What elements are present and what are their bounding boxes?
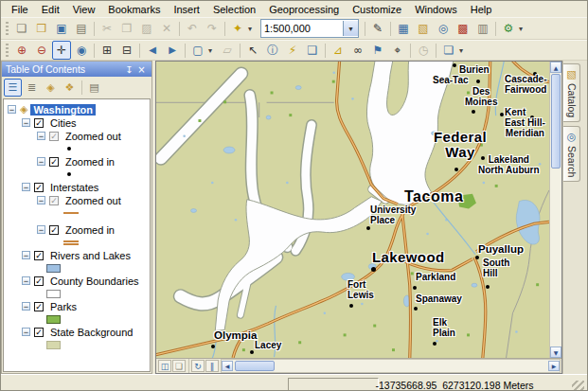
new-document-icon[interactable]: ❏ xyxy=(12,19,31,38)
toolbar-grip[interactable] xyxy=(6,44,9,57)
toc-item-county-boundaries[interactable]: − ✓ County Boundaries xyxy=(22,275,150,287)
list-by-visibility-icon[interactable]: ◈ xyxy=(42,79,60,97)
toc-item-cities-zoomed-out[interactable]: − ✓ Zoomed out xyxy=(37,130,150,142)
open-document-icon[interactable]: ❒ xyxy=(32,19,51,38)
measure-icon[interactable]: ⊿ xyxy=(329,41,347,60)
menu-file[interactable]: File xyxy=(5,3,35,16)
collapse-icon[interactable]: − xyxy=(22,302,30,311)
viewer-window-icon[interactable]: ❏ xyxy=(439,41,458,60)
full-extent-icon[interactable]: ◉ xyxy=(72,41,91,60)
redo-icon[interactable]: ↷ xyxy=(203,19,222,38)
print-icon[interactable]: ▤ xyxy=(72,19,91,38)
undo-icon[interactable]: ↶ xyxy=(183,19,202,38)
refresh-view-icon[interactable]: ↻ xyxy=(191,360,205,372)
layer-checkbox[interactable]: ✓ xyxy=(34,183,44,192)
layer-label[interactable]: Parks xyxy=(47,301,80,312)
toc-item-state-background[interactable]: − ✓ State Background xyxy=(22,326,150,338)
menu-customize[interactable]: Customize xyxy=(346,3,408,16)
editor-toolbar-icon[interactable]: ✎ xyxy=(368,19,387,38)
list-by-selection-icon[interactable]: ❖ xyxy=(61,79,79,97)
toc-item-parks[interactable]: − ✓ Parks xyxy=(22,300,150,312)
layer-label[interactable]: Rivers and Lakes xyxy=(47,250,134,261)
tab-search[interactable]: ◎ Search xyxy=(563,126,580,182)
copy-icon[interactable]: ❐ xyxy=(117,19,136,38)
auto-hide-pin-icon[interactable]: ↧ xyxy=(123,63,135,76)
menu-insert[interactable]: Insert xyxy=(167,3,206,16)
scroll-left-icon[interactable]: ◀ xyxy=(222,361,233,371)
list-by-source-icon[interactable]: ≣ xyxy=(23,79,41,97)
menu-edit[interactable]: Edit xyxy=(35,3,66,16)
collapse-icon[interactable]: − xyxy=(22,276,30,285)
save-icon[interactable]: ▣ xyxy=(52,19,71,38)
toc-item-rivers-and-lakes[interactable]: − ✓ Rivers and Lakes xyxy=(22,249,150,261)
point-symbol[interactable] xyxy=(67,172,71,176)
toolbar-overflow-icon[interactable]: ▾ xyxy=(459,46,468,55)
point-symbol[interactable] xyxy=(67,147,71,151)
layer-checkbox[interactable]: ✓ xyxy=(49,196,59,205)
line-symbol[interactable] xyxy=(63,212,79,214)
fixed-zoom-out-icon[interactable]: ⊟ xyxy=(117,41,136,60)
find-icon[interactable]: ∞ xyxy=(348,41,367,60)
pan-icon[interactable]: ✛ xyxy=(52,41,71,60)
zoom-out-icon[interactable]: ⊖ xyxy=(32,41,51,60)
identify-icon[interactable]: ⓘ xyxy=(263,41,282,60)
fill-symbol-parks[interactable] xyxy=(46,315,61,324)
tab-catalog[interactable]: ▧ Catalog xyxy=(563,63,580,122)
collapse-icon[interactable]: − xyxy=(22,251,30,259)
fixed-zoom-in-icon[interactable]: ⊞ xyxy=(98,41,116,60)
close-icon[interactable]: × xyxy=(135,63,148,76)
html-popup-icon[interactable]: ❑ xyxy=(303,41,322,60)
map-scale-input[interactable] xyxy=(261,22,343,35)
select-features-dropdown-icon[interactable]: ▾ xyxy=(208,46,217,55)
collapse-icon[interactable]: − xyxy=(22,328,30,336)
collapse-icon[interactable]: − xyxy=(22,118,30,127)
layer-label[interactable]: Zoomed out xyxy=(62,131,124,142)
select-features-icon[interactable]: ▢ xyxy=(188,41,207,60)
collapse-icon[interactable]: − xyxy=(37,225,45,234)
layer-label[interactable]: Cities xyxy=(47,117,80,129)
toc-item-cities[interactable]: − ✓ Cities xyxy=(22,116,150,129)
layer-label[interactable]: County Boundaries xyxy=(47,275,142,287)
scroll-right-icon[interactable]: ▶ xyxy=(548,361,560,371)
collapse-icon[interactable]: − xyxy=(37,196,45,204)
search-window-icon[interactable]: ◎ xyxy=(434,19,453,38)
layer-label[interactable]: Zoomed in xyxy=(62,156,117,168)
zoom-in-icon[interactable]: ⊕ xyxy=(12,41,31,60)
python-window-icon[interactable]: ▥ xyxy=(473,19,492,38)
window-resize-grip[interactable] xyxy=(572,381,584,391)
back-extent-icon[interactable]: ◀ xyxy=(143,41,162,60)
toc-options-icon[interactable]: ▤ xyxy=(85,79,103,97)
select-elements-icon[interactable]: ↖ xyxy=(243,41,262,60)
layer-label[interactable]: State Background xyxy=(47,327,135,338)
scale-dropdown-icon[interactable]: ▼ xyxy=(343,21,358,36)
scroll-up-icon[interactable]: ▲ xyxy=(550,62,561,73)
toc-item-interstates-zoomed-out[interactable]: − ✓ Zoomed out xyxy=(37,194,150,206)
modelbuilder-icon[interactable]: ⚙ xyxy=(499,19,518,38)
map-horizontal-scrollbar[interactable]: ◀ ▶ xyxy=(221,359,561,373)
table-of-contents-window-icon[interactable]: ▦ xyxy=(394,19,413,38)
data-view-icon[interactable]: ◫ xyxy=(158,360,171,372)
horizontal-scroll-thumb[interactable] xyxy=(235,361,275,371)
fill-symbol-state-background[interactable] xyxy=(46,341,61,349)
toc-item-washington[interactable]: − ◈ Washington xyxy=(8,103,150,116)
go-to-xy-icon[interactable]: ⌖ xyxy=(388,41,407,60)
clear-selection-icon[interactable]: ▱ xyxy=(218,41,237,60)
layer-label[interactable]: Zoomed out xyxy=(62,195,124,206)
toc-item-cities-zoomed-in[interactable]: − ✓ Zoomed in xyxy=(37,155,150,168)
layer-checkbox[interactable]: ✓ xyxy=(34,328,44,337)
collapse-icon[interactable]: − xyxy=(8,105,16,114)
layer-label[interactable]: Interstates xyxy=(47,182,101,193)
list-by-drawing-order-icon[interactable]: ☰ xyxy=(4,79,22,97)
scroll-down-icon[interactable]: ▼ xyxy=(550,347,561,358)
vertical-scroll-thumb[interactable] xyxy=(551,74,561,169)
delete-icon[interactable]: ✕ xyxy=(157,19,176,38)
menu-bookmarks[interactable]: Bookmarks xyxy=(101,3,167,16)
double-line-symbol[interactable] xyxy=(63,240,79,245)
paste-icon[interactable]: ▨ xyxy=(137,19,156,38)
add-data-dropdown-icon[interactable]: ▾ xyxy=(248,25,257,33)
collapse-icon[interactable]: − xyxy=(37,132,45,140)
cut-icon[interactable]: ✂ xyxy=(98,19,116,38)
menu-view[interactable]: View xyxy=(66,3,102,16)
menu-selection[interactable]: Selection xyxy=(206,3,262,16)
toolbar-grip[interactable] xyxy=(6,22,9,35)
